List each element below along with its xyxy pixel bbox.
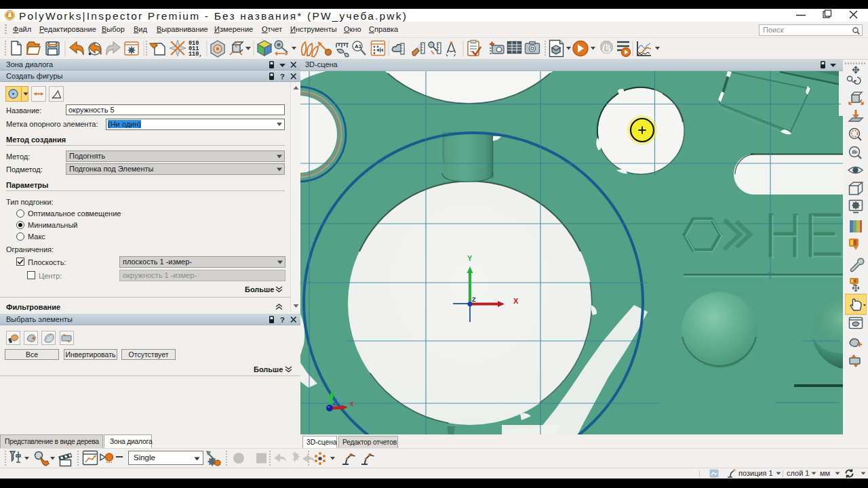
svg-text:Y: Y xyxy=(467,254,473,262)
svg-text:?: ? xyxy=(280,73,285,81)
svg-text:x: x xyxy=(350,400,354,407)
svg-text:?: ? xyxy=(280,316,285,324)
svg-text:Z: Z xyxy=(332,398,337,407)
svg-text:110,: 110, xyxy=(189,51,202,58)
svg-text:A1: A1 xyxy=(355,43,362,49)
svg-text:X: X xyxy=(513,297,519,305)
svg-text:Z: Z xyxy=(472,296,476,303)
